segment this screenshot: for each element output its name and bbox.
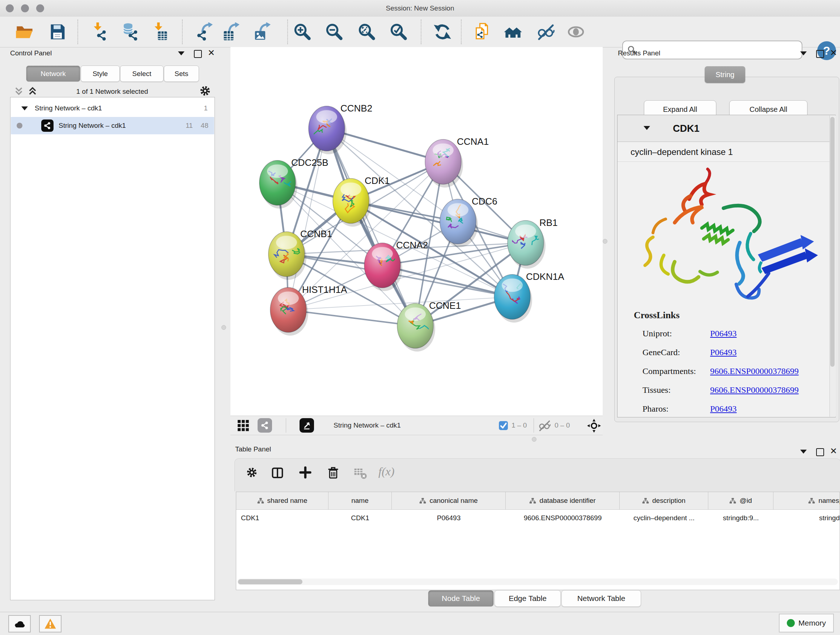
string-query-home-icon[interactable]	[504, 22, 523, 41]
duplicate-network-icon[interactable]	[472, 22, 491, 41]
tab-network-table[interactable]: Network Table	[561, 590, 641, 607]
birdseye-view-icon[interactable]	[300, 418, 314, 432]
table-cell[interactable]: stringdb	[774, 514, 840, 522]
hidden-glasses-icon	[538, 420, 551, 432]
network-options-gear-icon[interactable]	[199, 85, 211, 97]
crosslink-label: GeneCard:	[643, 348, 680, 357]
open-session-icon[interactable]	[15, 22, 34, 41]
save-session-icon[interactable]	[48, 22, 67, 41]
tab-sets[interactable]: Sets	[164, 65, 199, 82]
selected-checkbox-icon[interactable]	[499, 421, 508, 431]
network-row-selected[interactable]: String Network – cdk1 11 48	[11, 117, 214, 134]
table-settings-gear-icon[interactable]	[246, 466, 258, 478]
column-header-namespace[interactable]: namespace	[774, 492, 840, 509]
memory-label: Memory	[798, 619, 826, 627]
crosslink-value-link[interactable]: 9606.ENSP00000378699	[710, 366, 799, 376]
warnings-button[interactable]	[39, 615, 62, 632]
table-cell[interactable]: CDK1	[328, 514, 392, 522]
network-collection-row[interactable]: String Network – cdk1 1	[11, 100, 214, 117]
right-splitter-handle[interactable]	[603, 239, 607, 244]
import-table-icon[interactable]	[151, 22, 170, 41]
memory-status-dot	[787, 619, 795, 627]
fit-selected-crosshair-icon[interactable]	[587, 419, 601, 432]
card-divider	[617, 162, 835, 162]
show-columns-icon[interactable]	[271, 466, 284, 479]
gene-collapse-caret[interactable]	[644, 126, 650, 130]
table-hscrollbar-thumb[interactable]	[238, 579, 302, 584]
table-row[interactable]: CDK1CDK1P064939606.ENSP00000378699cyclin…	[236, 510, 840, 526]
network-edge[interactable]	[288, 128, 327, 310]
left-splitter-handle[interactable]	[221, 325, 226, 330]
expand-all-chevrons-icon[interactable]	[27, 86, 38, 96]
crosslink-value-link[interactable]: P06493	[710, 348, 737, 357]
table-panel-menu-caret[interactable]	[800, 450, 807, 454]
node-label-CDKN1A: CDKN1A	[526, 271, 564, 282]
table-cell[interactable]: P06493	[392, 514, 506, 522]
export-table-icon[interactable]	[222, 22, 241, 41]
results-panel-menu-caret[interactable]	[800, 51, 807, 55]
add-column-icon[interactable]	[299, 466, 311, 478]
gene-card-header[interactable]: CDK1	[617, 115, 835, 142]
network-current-dot	[17, 123, 22, 128]
column-header--id[interactable]: @id	[708, 492, 774, 509]
node-label-CCNE1: CCNE1	[429, 300, 461, 311]
share-view-icon[interactable]	[257, 418, 272, 432]
zoom-selected-icon[interactable]	[389, 22, 408, 41]
cloud-icon	[13, 618, 26, 630]
control-panel-menu-caret[interactable]	[178, 51, 185, 55]
hide-results-glasses-icon[interactable]	[537, 22, 555, 41]
table-cell[interactable]: cyclin–dependent ...	[620, 514, 708, 522]
tab-style[interactable]: Style	[81, 65, 120, 82]
zoom-out-icon[interactable]	[325, 22, 344, 41]
node-label-CCNB1: CCNB1	[300, 228, 332, 239]
column-header-description[interactable]: description	[620, 492, 708, 509]
memory-button[interactable]: Memory	[779, 614, 834, 632]
tab-node-table[interactable]: Node Table	[428, 590, 494, 607]
control-panel-title: Control Panel	[10, 49, 52, 57]
grid-view-icon[interactable]	[237, 419, 249, 432]
zoom-fit-icon[interactable]	[357, 22, 376, 41]
export-image-icon[interactable]	[253, 22, 272, 41]
export-network-icon[interactable]	[195, 22, 214, 41]
show-eye-icon[interactable]	[567, 22, 585, 41]
main-toolbar: ?	[0, 17, 840, 48]
collapse-all-chevrons-icon[interactable]	[14, 86, 24, 96]
crosslink-value-link[interactable]: P06493	[710, 329, 737, 339]
delete-column-trash-icon[interactable]	[327, 466, 340, 479]
results-scrollbar-thumb[interactable]	[830, 117, 835, 367]
column-header-shared-name[interactable]: shared name	[236, 492, 328, 509]
tab-network[interactable]: Network	[26, 65, 80, 82]
bottom-splitter-handle[interactable]	[532, 437, 537, 442]
table-cell[interactable]: 9606.ENSP00000378699	[506, 514, 620, 522]
node-label-CCNA2: CCNA2	[396, 240, 428, 250]
import-network-from-database-icon[interactable]	[121, 22, 140, 41]
tab-edge-table[interactable]: Edge Table	[494, 590, 561, 607]
import-network-icon[interactable]	[90, 22, 109, 41]
zoom-in-icon[interactable]	[293, 22, 312, 41]
crosslink-value-link[interactable]: P06493	[710, 404, 737, 414]
node-label-CCNB2: CCNB2	[340, 103, 372, 114]
column-header-canonical-name[interactable]: canonical name	[392, 492, 506, 509]
network-view-toolbar: String Network – cdk1 1 – 0 0 – 0	[231, 416, 603, 435]
table-hscrollbar-track[interactable]	[237, 578, 838, 585]
tree-expand-caret[interactable]	[21, 106, 28, 111]
network-canvas[interactable]: CCNB2CCNA1CDC25BCDK1CDC6RB1CCNB1CCNA2CDK…	[231, 47, 603, 416]
crosslink-value-link[interactable]: 9606.ENSP00000378699	[710, 385, 799, 395]
control-panel-close-button[interactable]: ✕	[208, 49, 215, 57]
refresh-icon[interactable]	[433, 22, 452, 41]
results-panel-float-button[interactable]	[816, 50, 824, 58]
tab-string[interactable]: String	[705, 66, 745, 83]
search-input[interactable]	[639, 46, 797, 54]
column-header-name[interactable]: name	[328, 492, 392, 509]
network-edge[interactable]	[327, 128, 415, 326]
cloud-status-button[interactable]	[8, 615, 31, 632]
network-edge-count: 48	[201, 122, 208, 130]
table-cell[interactable]: CDK1	[236, 514, 328, 522]
table-panel-close-button[interactable]: ✕	[830, 448, 837, 455]
column-header-database-identifier[interactable]: database identifier	[506, 492, 620, 509]
tab-select[interactable]: Select	[120, 65, 164, 82]
table-panel-float-button[interactable]	[816, 448, 824, 456]
results-panel-close-button[interactable]: ✕	[830, 49, 837, 57]
table-cell[interactable]: stringdb:9...	[708, 514, 774, 522]
control-panel-float-button[interactable]	[194, 50, 202, 58]
